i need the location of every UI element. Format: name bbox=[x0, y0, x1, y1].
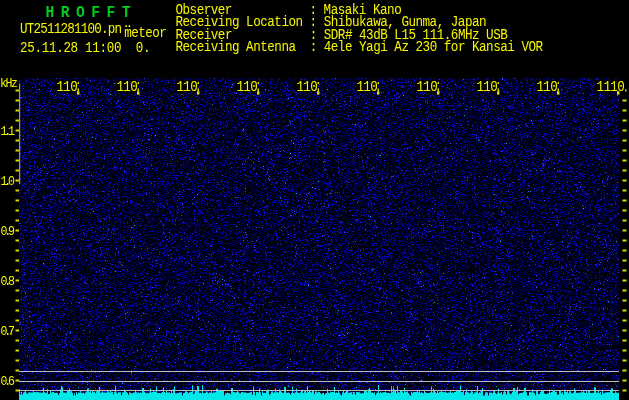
svg-text:1.0: 1.0 bbox=[1, 175, 16, 190]
svg-text:25.11.28 11:00 0.: 25.11.28 11:00 0. bbox=[20, 41, 151, 57]
svg-text:1110: 1110 bbox=[597, 79, 625, 95]
svg-text:0.8: 0.8 bbox=[1, 275, 16, 290]
svg-text:meteor: meteor bbox=[124, 26, 166, 42]
svg-text:1.1: 1.1 bbox=[1, 125, 16, 140]
svg-text:kHz: kHz bbox=[0, 76, 18, 91]
svg-text:0.7: 0.7 bbox=[1, 325, 16, 340]
svg-text:0.6: 0.6 bbox=[1, 375, 16, 390]
svg-text:0.9: 0.9 bbox=[1, 225, 16, 240]
svg-text:UT2511281100.pn: UT2511281100.pn bbox=[20, 22, 122, 38]
svg-text:H R O F F T: H R O F F T bbox=[45, 3, 130, 22]
svg-text:Receiving Antenna : 4ele Yagi: Receiving Antenna : 4ele Yagi Az 230 for… bbox=[176, 39, 544, 55]
